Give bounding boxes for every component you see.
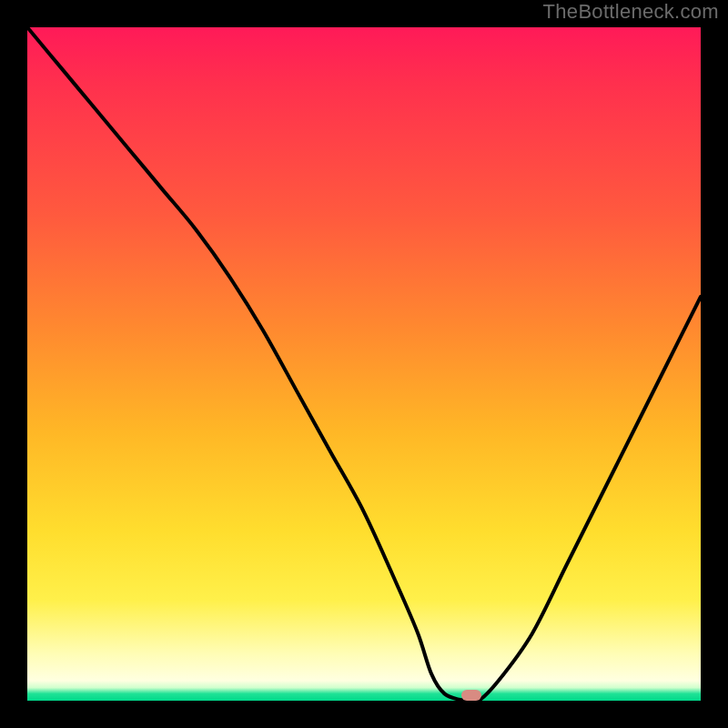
plot-area	[27, 27, 701, 701]
bottleneck-curve	[27, 27, 701, 701]
watermark-text: TheBottleneck.com	[543, 0, 719, 24]
minimum-marker	[461, 690, 481, 701]
chart-frame: TheBottleneck.com	[0, 0, 728, 728]
